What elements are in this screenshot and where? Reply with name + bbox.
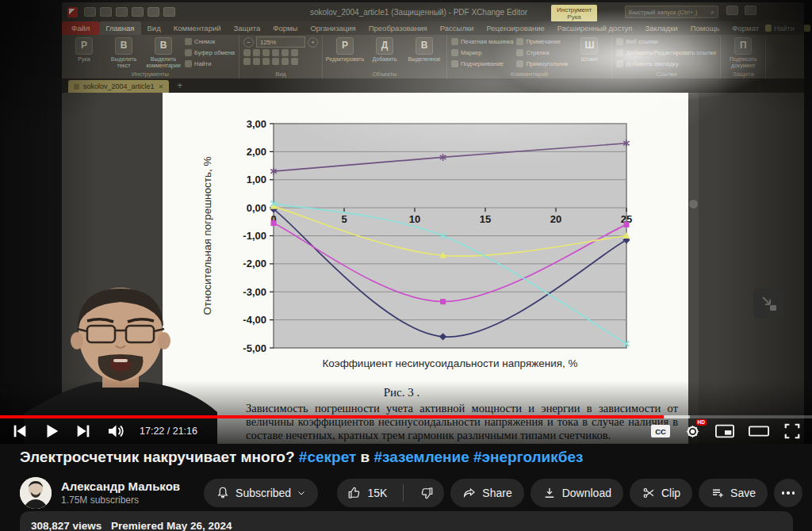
settings-button[interactable]: HD xyxy=(684,423,701,440)
document-tab[interactable]: sokolov_2004_article1 ✕ xyxy=(68,80,169,93)
ribbon-tab-13[interactable]: Формат xyxy=(726,21,765,35)
view-tool-icon[interactable] xyxy=(291,58,298,65)
ribbon-small-button[interactable]: Маркер xyxy=(451,48,513,58)
save-button[interactable]: Save xyxy=(699,479,768,507)
email-icon[interactable] xyxy=(116,7,128,17)
ribbon-tab-8[interactable]: Рассылки xyxy=(434,21,481,35)
profile-icon[interactable] xyxy=(726,6,738,15)
ribbon-group-label: Объекты xyxy=(327,70,442,78)
ribbon-tab-7[interactable]: Преобразования xyxy=(362,21,434,35)
scrollbar-thumb[interactable] xyxy=(689,200,698,208)
ribbon-tab-4[interactable]: Защита xyxy=(228,21,267,35)
ribbon-small-icon xyxy=(616,49,623,56)
undo-icon[interactable] xyxy=(147,7,159,17)
play-button[interactable] xyxy=(43,422,60,440)
next-button[interactable] xyxy=(75,422,92,440)
zoom-control[interactable]: −125%+ xyxy=(243,36,318,48)
zoom-level-value[interactable]: 125% xyxy=(256,36,305,48)
theater-mode-button[interactable] xyxy=(749,423,769,439)
ribbon-small-button[interactable]: Подчеркивание xyxy=(451,59,513,69)
layout-icon[interactable] xyxy=(745,6,756,15)
title-text: в xyxy=(356,449,373,465)
ribbon-tab-2[interactable]: Вид xyxy=(141,21,167,35)
channel-avatar[interactable] xyxy=(20,477,52,509)
ribbon-small-button[interactable]: Веб ссылки xyxy=(616,36,716,47)
svg-text:-2,00: -2,00 xyxy=(243,258,266,269)
like-button[interactable]: 15K xyxy=(337,479,397,507)
view-tool-icon[interactable] xyxy=(253,58,260,65)
ribbon-button[interactable]: ШШтамп xyxy=(571,36,607,63)
new-tab-button[interactable]: + xyxy=(177,80,182,93)
view-tool-icon[interactable] xyxy=(262,58,270,65)
ribbon-tab-file[interactable]: Файл xyxy=(62,21,99,35)
view-tool-icon[interactable] xyxy=(262,49,270,56)
zoom-in-button[interactable]: + xyxy=(308,37,318,48)
ribbon-small-button[interactable]: Стрелка xyxy=(516,48,568,58)
clip-button[interactable]: Clip xyxy=(630,479,692,507)
ribbon-small-button[interactable]: Печатная машинка xyxy=(451,36,513,47)
hashtag-link[interactable]: #заземление xyxy=(374,449,469,465)
vertical-scrollbar[interactable] xyxy=(688,93,699,444)
ribbon-button[interactable]: ВВыделить комментарии xyxy=(145,36,182,68)
ribbon-tab-12[interactable]: Помощь xyxy=(684,21,726,35)
subscribed-button[interactable]: Subscribed xyxy=(204,479,318,507)
ribbon-small-button[interactable]: Добавить/Редактировать ссылки xyxy=(616,48,716,58)
view-tool-icon[interactable] xyxy=(291,49,298,56)
download-button[interactable]: Download xyxy=(530,479,623,507)
description-box[interactable]: 308,827 views Premiered May 26, 2024 xyxy=(20,511,793,531)
view-tool-icon[interactable] xyxy=(282,49,289,56)
view-tool-icon[interactable] xyxy=(282,58,289,65)
view-tool-icon[interactable] xyxy=(272,49,279,56)
ribbon-button[interactable]: ДДобавить xyxy=(366,36,403,63)
titlebar-icons[interactable] xyxy=(726,6,756,15)
ribbon-tab-10[interactable]: Расширенный доступ xyxy=(551,21,639,35)
view-tool-icon[interactable] xyxy=(253,49,260,56)
fullscreen-button[interactable] xyxy=(783,422,801,440)
zoom-out-button[interactable]: − xyxy=(243,37,254,48)
ribbon-tab-9[interactable]: Рецензирование xyxy=(480,21,550,35)
hashtag-link[interactable]: #энерголикбез xyxy=(473,449,584,465)
print-icon[interactable] xyxy=(100,7,112,17)
ribbon-button[interactable]: ВВыделить текст xyxy=(105,36,142,68)
quick-access-toolbar[interactable] xyxy=(84,7,175,17)
time-display: 17:22 / 21:16 xyxy=(140,426,197,437)
previous-button[interactable] xyxy=(11,422,29,440)
subtitles-button[interactable]: CC xyxy=(651,425,670,437)
channel-name[interactable]: Александр Мальков xyxy=(61,479,180,495)
ribbon-small-button[interactable]: Буфер обмена xyxy=(185,48,235,58)
ribbon-small-button[interactable]: Найти xyxy=(185,59,235,69)
save-icon[interactable] xyxy=(84,7,96,17)
export-icon[interactable] xyxy=(132,7,144,17)
ribbon-small-button[interactable]: Прямоугольник xyxy=(516,59,568,69)
binoculars-icon xyxy=(804,25,810,32)
video-player[interactable]: sokolov_2004_article1 (Защищенный) - PDF… xyxy=(0,0,812,444)
view-tool-icon[interactable] xyxy=(243,49,251,56)
ribbon-small-button[interactable]: Примечание xyxy=(516,36,568,47)
ribbon-tab-5[interactable]: Формы xyxy=(266,21,304,35)
ribbon-button[interactable]: ППодписать документ xyxy=(725,36,761,68)
ribbon-button[interactable]: РРедактировать xyxy=(327,36,363,63)
search-button[interactable]: Поиск xyxy=(804,25,812,32)
ribbon-button[interactable]: РРука xyxy=(66,36,102,63)
share-button[interactable]: Share xyxy=(450,479,523,507)
ribbon-tab-6[interactable]: Организация xyxy=(304,21,362,35)
miniplayer-button[interactable] xyxy=(715,423,734,439)
view-tool-icon[interactable] xyxy=(243,58,251,65)
more-actions-button[interactable] xyxy=(774,479,802,507)
ribbon-tab-3[interactable]: Комментарий xyxy=(167,21,228,35)
ribbon-tab-1[interactable]: Главная xyxy=(99,21,140,35)
ribbon-tab-11[interactable]: Закладки xyxy=(639,21,684,35)
ribbon-small-button[interactable]: Снимок xyxy=(185,36,235,47)
tab-close-icon[interactable]: ✕ xyxy=(159,83,164,90)
ribbon-button[interactable]: ВВыделенное xyxy=(406,36,442,63)
redo-icon[interactable] xyxy=(163,7,175,17)
hashtag-link[interactable]: #секрет xyxy=(299,449,356,465)
find-button[interactable]: Найти xyxy=(765,25,795,32)
quick-launch-input[interactable]: Быстрый запуск (Ctrl+.) ⌕ xyxy=(625,6,718,18)
volume-button[interactable] xyxy=(106,422,125,441)
miniplayer-overlay-icon[interactable] xyxy=(753,288,783,319)
ribbon-group-4: Веб ссылкиДобавить/Редактировать ссылкиД… xyxy=(612,35,721,78)
view-tool-icon[interactable] xyxy=(272,58,279,65)
dislike-button[interactable] xyxy=(409,479,444,507)
ribbon-small-button[interactable]: Добавить закладку xyxy=(616,59,716,69)
